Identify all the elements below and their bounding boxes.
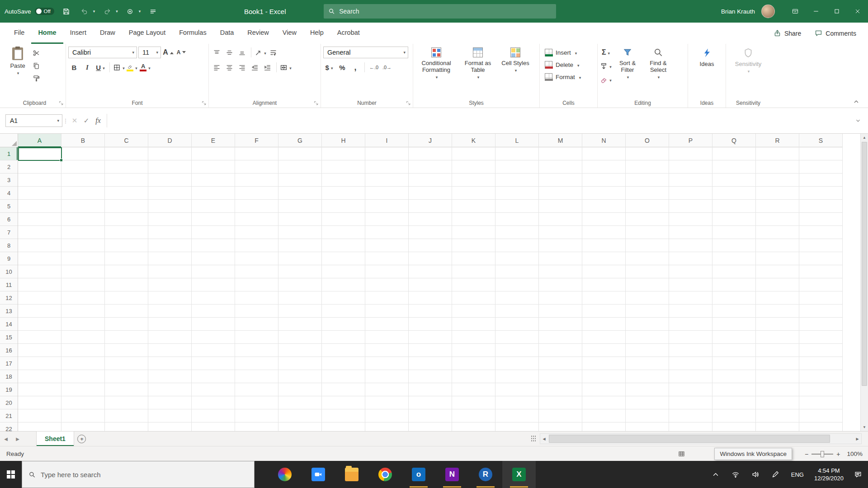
- column-header-R[interactable]: R: [756, 134, 799, 147]
- column-header-A[interactable]: A: [18, 134, 61, 147]
- format-as-table-dropdown-icon[interactable]: [476, 73, 480, 81]
- format-as-table-button[interactable]: Format as Table: [458, 46, 497, 81]
- row-header-15[interactable]: 15: [0, 331, 18, 344]
- align-right-button[interactable]: [236, 62, 248, 73]
- cell-styles-dropdown-icon[interactable]: [514, 66, 517, 74]
- taskbar-app-chrome[interactable]: [368, 461, 402, 488]
- user-name[interactable]: Brian Krauth: [721, 8, 755, 15]
- increase-decimal-button[interactable]: ←.0: [368, 61, 380, 73]
- font-color-dropdown-icon[interactable]: [147, 63, 151, 71]
- insert-dropdown-icon[interactable]: [574, 49, 577, 56]
- maximize-button[interactable]: [826, 0, 847, 23]
- merge-center-dropdown-icon[interactable]: [288, 63, 292, 71]
- column-header-I[interactable]: I: [365, 134, 409, 147]
- number-format-dropdown-icon[interactable]: ▾: [401, 50, 406, 55]
- taskbar-app-excel[interactable]: X: [502, 461, 536, 488]
- ribbon-display-options-button[interactable]: [785, 0, 806, 23]
- taskbar-app-zoom[interactable]: [302, 461, 335, 488]
- collapse-ribbon-button[interactable]: [853, 98, 861, 105]
- windows-ink-button[interactable]: [765, 461, 785, 488]
- language-indicator[interactable]: ENG: [785, 461, 810, 488]
- action-center-button[interactable]: [848, 461, 868, 488]
- sort-filter-button[interactable]: Sort & Filter: [613, 46, 642, 81]
- column-header-L[interactable]: L: [495, 134, 539, 147]
- row-header-6[interactable]: 6: [0, 213, 18, 226]
- volume-button[interactable]: [745, 461, 765, 488]
- column-header-D[interactable]: D: [148, 134, 192, 147]
- row-header-10[interactable]: 10: [0, 265, 18, 278]
- row-header-5[interactable]: 5: [0, 200, 18, 213]
- normal-view-button[interactable]: [678, 446, 685, 461]
- zoom-level[interactable]: 100%: [847, 450, 863, 457]
- fill-color-button[interactable]: [126, 61, 138, 73]
- paste-button[interactable]: Paste: [6, 46, 29, 77]
- horizontal-scroll-track[interactable]: [548, 434, 854, 444]
- taskbar-app-onenote[interactable]: N: [435, 461, 469, 488]
- column-header-H[interactable]: H: [322, 134, 365, 147]
- font-name-combo[interactable]: Calibri ▾: [68, 47, 137, 58]
- format-cells-button[interactable]: Format: [542, 71, 595, 83]
- row-header-20[interactable]: 20: [0, 396, 18, 409]
- underline-button[interactable]: U: [94, 61, 106, 73]
- ribbon-tab-page-layout[interactable]: Page Layout: [122, 23, 172, 44]
- next-sheet-arrow[interactable]: ▶: [12, 432, 24, 446]
- copy-button[interactable]: [31, 60, 42, 71]
- alignment-dialog-launcher[interactable]: [313, 100, 319, 106]
- zoom-slider[interactable]: [811, 454, 833, 455]
- row-header-22[interactable]: 22: [0, 422, 18, 431]
- vertical-scrollbar[interactable]: ▲ ▼: [860, 134, 868, 431]
- row-header-4[interactable]: 4: [0, 187, 18, 200]
- row-header-21[interactable]: 21: [0, 409, 18, 422]
- column-header-S[interactable]: S: [799, 134, 843, 147]
- taskbar-app-files[interactable]: [335, 461, 368, 488]
- taskbar-app-openshot[interactable]: [268, 461, 302, 488]
- row-header-8[interactable]: 8: [0, 239, 18, 252]
- touch-mode-button[interactable]: [124, 5, 136, 17]
- cell-styles-button[interactable]: Cell Styles: [499, 46, 532, 74]
- row-header-9[interactable]: 9: [0, 252, 18, 265]
- select-all-corner[interactable]: [0, 134, 18, 147]
- autosum-button[interactable]: Σ: [600, 47, 612, 58]
- horizontal-scrollbar[interactable]: ◀ ▶: [540, 433, 862, 444]
- column-header-C[interactable]: C: [105, 134, 148, 147]
- row-header-7[interactable]: 7: [0, 226, 18, 239]
- conditional-formatting-dropdown-icon[interactable]: [435, 73, 438, 81]
- scroll-left-arrow[interactable]: ◀: [540, 434, 548, 444]
- row-header-12[interactable]: 12: [0, 291, 18, 305]
- accounting-dropdown-icon[interactable]: [330, 63, 333, 71]
- align-center-button[interactable]: [224, 62, 235, 73]
- delete-cells-button[interactable]: Delete: [542, 59, 595, 71]
- clear-dropdown-icon[interactable]: [609, 75, 612, 84]
- comma-style-button[interactable]: ,: [349, 61, 361, 73]
- close-button[interactable]: [847, 0, 868, 23]
- align-top-button[interactable]: [211, 47, 222, 58]
- number-format-combo[interactable]: General ▾: [323, 47, 408, 58]
- orientation-button[interactable]: [255, 47, 266, 58]
- increase-indent-button[interactable]: [262, 62, 273, 73]
- find-select-button[interactable]: Find & Select: [643, 46, 673, 81]
- ribbon-tab-file[interactable]: File: [7, 23, 31, 44]
- align-bottom-button[interactable]: [236, 47, 248, 58]
- column-header-M[interactable]: M: [539, 134, 582, 147]
- borders-button[interactable]: [113, 61, 125, 73]
- number-dialog-launcher[interactable]: [406, 100, 411, 106]
- align-middle-button[interactable]: [224, 47, 235, 58]
- titlebar-search-input[interactable]: [339, 8, 552, 15]
- font-size-dropdown-icon[interactable]: ▾: [153, 50, 158, 55]
- sort-filter-dropdown-icon[interactable]: [626, 73, 629, 81]
- touch-mode-dropdown-icon[interactable]: ▾: [139, 9, 141, 14]
- row-header-11[interactable]: 11: [0, 278, 18, 291]
- taskbar-app-outlook[interactable]: o: [402, 461, 435, 488]
- scroll-up-arrow[interactable]: ▲: [861, 134, 868, 141]
- row-header-13[interactable]: 13: [0, 305, 18, 318]
- scroll-right-arrow[interactable]: ▶: [854, 434, 861, 444]
- autosum-dropdown-icon[interactable]: [607, 48, 610, 56]
- fill-button[interactable]: [600, 60, 612, 72]
- redo-dropdown-icon[interactable]: ▾: [116, 9, 118, 14]
- format-painter-button[interactable]: [31, 73, 42, 84]
- name-box[interactable]: A1 ▾: [5, 114, 62, 127]
- column-header-K[interactable]: K: [452, 134, 495, 147]
- column-header-O[interactable]: O: [626, 134, 669, 147]
- row-header-14[interactable]: 14: [0, 318, 18, 331]
- decrease-indent-button[interactable]: [249, 62, 260, 73]
